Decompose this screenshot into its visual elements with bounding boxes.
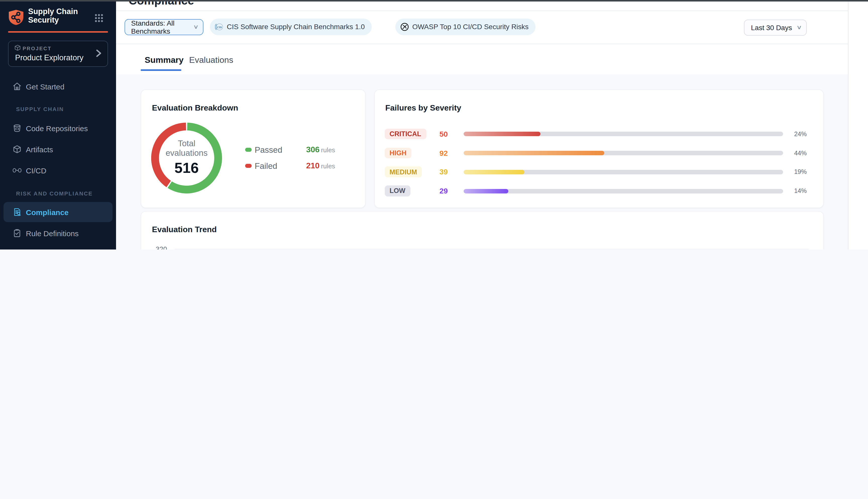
severity-bar-track	[463, 170, 783, 174]
tab-summary[interactable]: Summary	[145, 55, 184, 65]
date-range-label: Last 30 Days	[751, 23, 792, 32]
benchmark-chip-label: CIS Software Supply Chain Benchmarks 1.0	[227, 23, 365, 31]
severity-percent: 19%	[794, 169, 807, 175]
date-range-dropdown[interactable]: Last 30 Days ∨	[744, 19, 807, 35]
evaluation-breakdown-card: Evaluation Breakdown Total evaluations 5…	[141, 89, 366, 208]
nav-label: Rule Definitions	[26, 229, 78, 238]
app-logo-shield-icon	[8, 10, 24, 25]
sidebar-item-code-repositories[interactable]: Code Repositories	[3, 118, 112, 138]
severity-row-low: LOW 29 14%	[374, 185, 823, 196]
page-title-row: Compliance	[116, 1, 848, 11]
tab-evaluations[interactable]: Evaluations	[189, 55, 233, 65]
sidebar-item-artifacts[interactable]: Artifacts	[3, 139, 112, 159]
nav-label: Get Started	[26, 82, 64, 91]
severity-row-medium: MEDIUM 39 19%	[374, 167, 823, 178]
legend-value: 210	[306, 161, 320, 170]
evaluation-trend-card: Evaluation Trend 32031030029028027026025…	[141, 211, 824, 250]
compliance-icon	[13, 208, 22, 217]
evaluation-trend-chart: 3203103002902802702602502402302202102001…	[141, 211, 824, 250]
donut-total-value: 516	[151, 160, 222, 177]
severity-badge: LOW	[385, 185, 410, 196]
brand-divider	[8, 31, 108, 33]
active-tab-underline	[141, 69, 181, 71]
standards-dropdown[interactable]: Standards: All Benchmarks ∨	[125, 19, 203, 35]
project-label: PROJECT	[23, 46, 51, 51]
owasp-logo-icon	[400, 22, 409, 31]
window-top-strip	[0, 0, 868, 1]
page: Supply ChainSecurity PROJECT Product Exp…	[0, 0, 868, 250]
benchmark-chip-label: OWASP Top 10 CI/CD Security Risks	[412, 23, 529, 31]
severity-percent: 44%	[794, 149, 807, 157]
severity-bar-fill	[463, 132, 540, 136]
severity-row-critical: CRITICAL 50 24%	[374, 129, 823, 140]
card-title: Evaluation Breakdown	[152, 104, 238, 112]
nav-label: Artifacts	[26, 145, 53, 154]
legend-label: Failed	[255, 161, 277, 171]
rule-definitions-icon	[13, 229, 22, 238]
evaluations-donut-chart	[151, 123, 222, 194]
severity-count: 29	[418, 186, 448, 195]
donut-center-label: evaluations	[151, 148, 222, 158]
benchmark-chip-cis[interactable]: CIS CIS Software Supply Chain Benchmarks…	[210, 19, 372, 35]
apps-grid-icon[interactable]	[95, 14, 103, 23]
sidebar-item-compliance[interactable]: Compliance	[3, 202, 112, 222]
severity-count: 39	[418, 168, 448, 176]
chevron-down-icon: ∨	[796, 24, 802, 31]
donut-center-label: Total	[151, 139, 222, 148]
project-chevron-icon	[96, 49, 101, 57]
card-title: Failures by Severity	[385, 104, 461, 112]
standards-dropdown-label: Standards: All Benchmarks	[131, 19, 194, 35]
severity-bar-track	[463, 189, 783, 193]
sidebar-item-ci-cd[interactable]: CI/CD	[3, 160, 112, 180]
main-area: Compliance Standards: All Benchmarks ∨ C…	[116, 1, 848, 250]
svg-text:CIS: CIS	[217, 25, 222, 28]
severity-count: 50	[418, 130, 448, 138]
severity-bar-fill	[463, 170, 524, 174]
legend-value: 306	[306, 145, 320, 154]
failures-by-severity-card: Failures by Severity CRITICAL 50 24% HIG…	[374, 89, 824, 208]
legend-unit: rules	[321, 162, 335, 170]
project-name: Product Exploratory	[15, 53, 83, 62]
legend-label: Passed	[255, 145, 282, 155]
donut-segment-passed	[170, 126, 218, 190]
severity-badge: MEDIUM	[385, 167, 422, 178]
sidebar-item-rule-definitions[interactable]: Rule Definitions	[3, 223, 112, 243]
severity-count: 92	[418, 148, 448, 157]
sidebar-item-remediation-tracker[interactable]: Remediation Tracker	[3, 244, 112, 250]
nav-label: Code Repositories	[26, 124, 88, 132]
tabs: Summary Evaluations	[116, 44, 848, 74]
cicd-icon	[13, 166, 22, 175]
nav-label: CI/CD	[26, 166, 47, 175]
legend-dot-failed	[245, 164, 252, 168]
severity-percent: 24%	[794, 131, 807, 138]
sidebar-item-get-started[interactable]: Get Started	[3, 76, 112, 97]
filter-bar: Standards: All Benchmarks ∨ CIS CIS Soft…	[116, 11, 848, 44]
severity-bar-track	[463, 132, 783, 136]
severity-bar-track	[463, 151, 783, 155]
severity-bar-fill	[463, 189, 508, 193]
severity-percent: 14%	[794, 187, 807, 194]
nav-section-label: SUPPLY CHAIN	[16, 106, 64, 112]
cis-logo-icon: CIS	[215, 22, 223, 31]
severity-bar-fill	[463, 151, 604, 155]
severity-row-high: HIGH 92 44%	[374, 147, 823, 159]
get-started-icon	[13, 82, 22, 91]
nav-section-label: RISK AND COMPLIANCE	[16, 191, 93, 196]
benchmark-chip-owasp[interactable]: OWASP Top 10 CI/CD Security Risks	[395, 19, 535, 35]
chevron-down-icon: ∨	[193, 24, 199, 30]
project-cube-icon	[15, 45, 21, 51]
nav-label: Compliance	[26, 208, 69, 216]
app-title: Supply ChainSecurity	[28, 8, 94, 24]
sidebar: Supply ChainSecurity PROJECT Product Exp…	[0, 0, 116, 250]
artifacts-icon	[13, 145, 22, 154]
legend-dot-passed	[245, 148, 252, 152]
code-repositories-icon	[13, 124, 22, 133]
svg-text:320: 320	[156, 245, 167, 250]
severity-badge: HIGH	[385, 147, 412, 158]
content: Evaluation Breakdown Total evaluations 5…	[116, 74, 848, 250]
right-rail	[848, 1, 868, 250]
legend-unit: rules	[321, 146, 335, 154]
page-title: Compliance	[128, 1, 194, 8]
